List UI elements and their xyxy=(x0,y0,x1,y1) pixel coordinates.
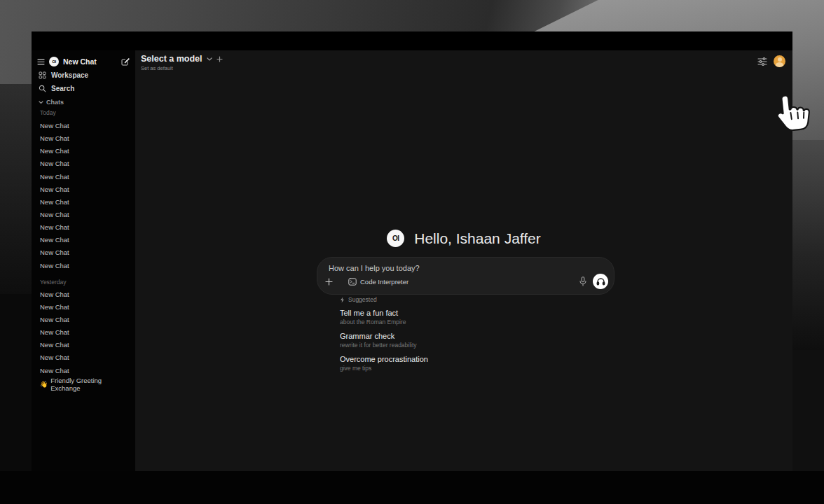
voice-call-button[interactable] xyxy=(593,274,608,289)
chats-section-label: Chats xyxy=(46,99,64,106)
chat-list-item[interactable]: New Chat xyxy=(32,132,135,145)
suggested-prompt[interactable]: Overcome procrastination give me tips xyxy=(340,355,564,372)
greeting-text: Hello, Ishaan Jaffer xyxy=(414,230,541,247)
headphones-icon xyxy=(596,277,605,286)
chat-list-item[interactable]: New Chat xyxy=(32,120,135,132)
input-right-controls xyxy=(579,274,608,289)
suggested-prompt-subtitle: about the Roman Empire xyxy=(340,318,564,326)
model-selector[interactable]: Select a model xyxy=(141,54,202,64)
suggested-label: Suggested xyxy=(348,296,377,303)
chat-list-item[interactable]: New Chat xyxy=(32,301,135,314)
search-icon xyxy=(39,85,46,92)
chat-list-today: New ChatNew ChatNew ChatNew ChatNew Chat… xyxy=(32,120,135,272)
wallpaper-right xyxy=(792,140,824,350)
workspace-label: Workspace xyxy=(51,71,88,79)
suggested-prompt[interactable]: Grammar check rewrite it for better read… xyxy=(340,332,564,349)
suggested-prompt-title: Tell me a fun fact xyxy=(340,309,564,318)
terminal-icon xyxy=(348,278,357,286)
code-interpreter-toggle[interactable]: Code Interpreter xyxy=(343,276,413,288)
chat-list-item[interactable]: New Chat xyxy=(32,183,135,196)
chat-list-item[interactable]: New Chat xyxy=(32,145,135,158)
chat-list-item[interactable]: New Chat xyxy=(32,339,135,351)
search-label: Search xyxy=(51,85,74,92)
sidebar-header: OI New Chat xyxy=(37,55,130,69)
user-avatar[interactable] xyxy=(774,55,785,67)
add-model-icon[interactable] xyxy=(217,56,223,62)
suggested-prompt-title: Grammar check xyxy=(340,332,564,341)
microphone-icon[interactable] xyxy=(579,276,586,286)
chat-list-item-named[interactable]: 👋 Friendly Greeting Exchange xyxy=(32,379,135,390)
new-chat-icon[interactable] xyxy=(121,57,130,66)
chat-list-item[interactable]: New Chat xyxy=(32,314,135,326)
attach-plus-icon[interactable] xyxy=(325,278,333,286)
app-logo: OI xyxy=(49,57,59,66)
chat-list-item[interactable]: New Chat xyxy=(32,351,135,364)
wallpaper-bottom-left xyxy=(0,294,32,476)
chat-list-yesterday: New ChatNew ChatNew ChatNew ChatNew Chat… xyxy=(32,288,135,377)
sidebar-item-search[interactable]: Search xyxy=(32,82,135,95)
sidebar-title: New Chat xyxy=(63,57,97,66)
suggested-header: Suggested xyxy=(340,295,564,304)
chevron-down-icon[interactable] xyxy=(207,57,212,61)
main-area: Select a model Set as default OI xyxy=(135,50,792,471)
suggested-prompt-subtitle: give me tips xyxy=(340,364,564,372)
suggested-prompt-title: Overcome procrastination xyxy=(340,355,564,364)
desktop: OI New Chat Workspace Search xyxy=(0,0,824,504)
wallpaper-bottom xyxy=(0,471,824,504)
chat-group-label-today: Today xyxy=(32,108,135,117)
chat-list-item[interactable]: New Chat xyxy=(32,158,135,170)
chevron-down-icon xyxy=(39,101,43,104)
chat-list-item[interactable]: New Chat xyxy=(32,196,135,209)
chat-list-item[interactable]: New Chat xyxy=(32,171,135,183)
sidebar-item-workspace[interactable]: Workspace xyxy=(32,69,135,82)
wallpaper-left xyxy=(0,84,32,308)
chat-list-item[interactable]: New Chat xyxy=(32,365,135,377)
bolt-icon xyxy=(340,297,345,303)
chat-list-item[interactable]: New Chat xyxy=(32,260,135,272)
greeting-row: OI Hello, Ishaan Jaffer xyxy=(135,230,792,247)
chats-section-toggle[interactable]: Chats xyxy=(32,97,135,107)
model-selector-bar: Select a model Set as default xyxy=(141,54,223,71)
chat-list-item[interactable]: New Chat xyxy=(32,326,135,339)
chat-group-label-yesterday: Yesterday xyxy=(32,278,135,286)
app-window: OI New Chat Workspace Search xyxy=(32,31,792,471)
sidebar: OI New Chat Workspace Search xyxy=(32,50,135,471)
topbar-right xyxy=(757,55,785,67)
app-logo: OI xyxy=(387,230,404,247)
sidebar-toggle-icon[interactable] xyxy=(37,59,45,65)
grid-icon xyxy=(39,71,46,79)
chat-input-placeholder[interactable]: How can I help you today? xyxy=(329,264,420,272)
chat-list-item[interactable]: New Chat xyxy=(32,209,135,221)
suggested-section: Suggested Tell me a fun fact about the R… xyxy=(340,295,564,378)
wave-emoji-icon: 👋 xyxy=(40,381,48,388)
named-chat-label: Friendly Greeting Exchange xyxy=(50,377,127,392)
chat-list-item[interactable]: New Chat xyxy=(32,288,135,301)
input-controls: Code Interpreter xyxy=(317,274,614,289)
chat-list-item[interactable]: New Chat xyxy=(32,234,135,246)
chat-list-item[interactable]: New Chat xyxy=(32,246,135,259)
suggested-list: Tell me a fun fact about the Roman Empir… xyxy=(340,309,564,372)
suggested-prompt[interactable]: Tell me a fun fact about the Roman Empir… xyxy=(340,309,564,326)
code-interpreter-label: Code Interpreter xyxy=(360,278,408,286)
set-default-link[interactable]: Set as default xyxy=(141,65,223,71)
suggested-prompt-subtitle: rewrite it for better readability xyxy=(340,341,564,349)
chat-input-card[interactable]: How can I help you today? Code Interpret… xyxy=(317,257,614,295)
chat-list-item[interactable]: New Chat xyxy=(32,221,135,234)
controls-sliders-icon[interactable] xyxy=(757,57,767,66)
